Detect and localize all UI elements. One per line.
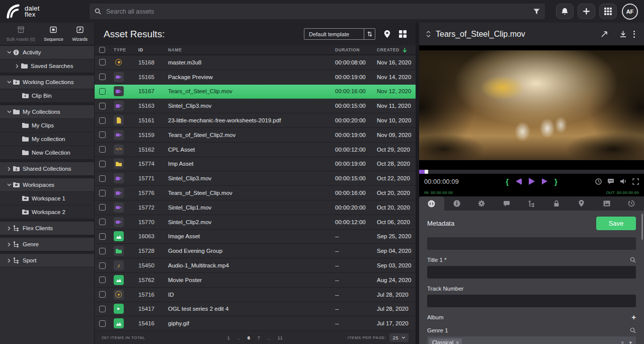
- table-row[interactable]: 15762Movie Poster--Aug 24, 2020: [95, 273, 416, 288]
- row-checkbox[interactable]: [99, 219, 106, 225]
- field-input[interactable]: [427, 237, 636, 250]
- step-backward-icon[interactable]: [516, 179, 522, 184]
- fullscreen-icon[interactable]: [632, 178, 639, 185]
- playhead-handle[interactable]: [425, 170, 428, 174]
- column-duration[interactable]: DURATION: [329, 47, 372, 52]
- row-checkbox[interactable]: [99, 175, 106, 182]
- sidebar-item-my-collections[interactable]: My Collections: [0, 103, 94, 119]
- filter-icon[interactable]: [533, 9, 540, 15]
- sidebar-item-workspaces[interactable]: Workspaces: [0, 176, 94, 192]
- row-checkbox[interactable]: [99, 248, 106, 254]
- chevron-down-icon[interactable]: [5, 110, 13, 113]
- row-checkbox[interactable]: [99, 320, 106, 327]
- add-button[interactable]: [578, 4, 595, 19]
- row-checkbox[interactable]: [99, 88, 106, 95]
- video-preview[interactable]: [419, 45, 644, 170]
- sidebar-item-activity[interactable]: Activity: [0, 46, 94, 59]
- sidebar-action-bulk-assets-0[interactable]: Bulk Assets (0): [7, 26, 35, 42]
- field-search-icon[interactable]: [630, 257, 636, 263]
- column-type[interactable]: TYPE: [110, 47, 132, 52]
- row-checkbox[interactable]: [99, 306, 106, 312]
- table-row[interactable]: 15770Sintel_Clip2.mov00:00:12:00Oct 06, …: [95, 215, 416, 230]
- search-input[interactable]: [106, 8, 533, 15]
- field-input[interactable]: [427, 266, 636, 279]
- column-name[interactable]: NAME: [163, 47, 329, 52]
- table-row[interactable]: 15771Sintel_Clip3.mov00:00:15:00Oct 22, …: [95, 171, 416, 186]
- table-row[interactable]: 15159Tears_of_Steel_Clip2.mov00:00:19:00…: [95, 128, 416, 143]
- table-row[interactable]: 15774Imp Asset00:00:19:00Oct 28, 2020: [95, 157, 416, 172]
- table-row[interactable]: 15416giphy.gif--Jul 17, 2020: [95, 316, 416, 331]
- more-options-icon[interactable]: [631, 30, 637, 39]
- pagination-page-6[interactable]: 6: [248, 335, 251, 340]
- chevron-down-icon[interactable]: [5, 51, 13, 54]
- sidebar-item-workspace-1[interactable]: Workspace 1: [0, 192, 94, 205]
- tab-history[interactable]: [619, 196, 644, 211]
- tab-comments[interactable]: [494, 196, 519, 211]
- table-row[interactable]: 15716ID--Jul 28, 2020: [95, 288, 416, 302]
- sidebar-action-sequence[interactable]: Sequence: [44, 26, 63, 42]
- profile-avatar[interactable]: AF: [622, 4, 638, 20]
- tab-media[interactable]: [594, 196, 619, 211]
- table-row[interactable]: 16063Image Asset--Sep 25, 2020: [95, 230, 416, 244]
- chevron-right-icon[interactable]: [13, 64, 21, 68]
- table-row[interactable]: 15165Package Preview00:00:19:00Nov 14, 2…: [95, 70, 416, 85]
- table-row[interactable]: 15162CPL Asset00:00:12:00Oct 29, 2020: [95, 143, 416, 157]
- row-checkbox[interactable]: [99, 262, 106, 269]
- table-row[interactable]: 15772Sintel_Clip1.mov00:00:20:00Oct 20, …: [95, 200, 416, 215]
- dropdown-chevron-icon[interactable]: ▾: [629, 339, 632, 344]
- mark-in-icon[interactable]: {: [506, 177, 509, 186]
- annotations-icon[interactable]: [607, 178, 614, 185]
- chevron-right-icon[interactable]: [5, 242, 13, 247]
- sidebar-item-new-collection[interactable]: New Collection: [0, 146, 94, 160]
- row-checkbox[interactable]: [99, 233, 106, 240]
- column-id[interactable]: ID: [132, 47, 163, 52]
- field-search-icon[interactable]: [630, 327, 636, 333]
- save-button[interactable]: Save: [596, 217, 636, 230]
- row-checkbox[interactable]: [99, 131, 106, 138]
- select-all-checkbox[interactable]: [99, 47, 105, 53]
- row-checkbox[interactable]: [99, 59, 106, 65]
- expand-icon[interactable]: [601, 31, 608, 38]
- volume-icon[interactable]: [620, 178, 627, 184]
- row-checkbox[interactable]: [99, 161, 106, 167]
- tab-location[interactable]: [569, 196, 594, 211]
- sidebar-item-workspace-2[interactable]: Workspace 2: [0, 205, 94, 219]
- tab-taxonomy[interactable]: [519, 196, 544, 211]
- sidebar-item-my-clips[interactable]: My Clips: [0, 119, 94, 132]
- apps-button[interactable]: [599, 4, 617, 19]
- table-row[interactable]: 15776Tears_of_Steel_Clip.mov00:00:16:00O…: [95, 186, 416, 200]
- template-select[interactable]: Default template: [304, 28, 375, 40]
- column-created[interactable]: CREATED: [372, 47, 416, 53]
- chevron-right-icon[interactable]: [5, 226, 13, 231]
- grid-view-icon[interactable]: [399, 30, 407, 38]
- row-checkbox[interactable]: [99, 146, 106, 153]
- sidebar-item-my-collection[interactable]: My collection: [0, 132, 94, 146]
- table-row[interactable]: 1516123-little-mechanic-free-worksheets-…: [95, 113, 416, 128]
- row-checkbox[interactable]: [99, 117, 106, 124]
- sidebar-item-flex-clients[interactable]: Flex Clients: [0, 219, 94, 235]
- pagination-page-1[interactable]: 1: [227, 335, 230, 340]
- step-forward-icon[interactable]: [542, 179, 548, 184]
- sidebar-item-genre[interactable]: Genre: [0, 235, 94, 251]
- sidebar-item-sport[interactable]: Sport: [0, 251, 94, 267]
- pagination-page-11[interactable]: 11: [278, 335, 283, 340]
- table-row[interactable]: 15450Audio-1_Multitrack.mp4--Sep 03, 202…: [95, 258, 416, 273]
- chevron-down-icon[interactable]: [5, 183, 13, 186]
- clear-icon[interactable]: ×: [621, 339, 624, 344]
- scrollbar-thumb[interactable]: [641, 214, 643, 240]
- table-row[interactable]: 15168master.m3u800:00:08:00Nov 16, 2020: [95, 55, 416, 70]
- mark-out-icon[interactable]: }: [554, 177, 557, 186]
- chevron-right-icon[interactable]: [5, 167, 13, 171]
- table-row[interactable]: 15417OGL test series 2 edit 4--Jul 28, 2…: [95, 302, 416, 317]
- tab-settings[interactable]: [469, 196, 494, 211]
- genre-select[interactable]: Classical××▾: [427, 336, 636, 344]
- table-row[interactable]: 15728Good Evening Group--Sep 04, 2020: [95, 244, 416, 258]
- tab-security[interactable]: [544, 196, 569, 211]
- tab-info[interactable]: [444, 196, 469, 211]
- row-checkbox[interactable]: [99, 204, 106, 211]
- download-icon[interactable]: [620, 30, 626, 38]
- playback-speed-icon[interactable]: [595, 178, 602, 185]
- field-add-icon[interactable]: +: [631, 315, 636, 320]
- items-per-page-select[interactable]: 25: [389, 333, 409, 342]
- dalet-flex-logo[interactable]: dalet flex: [5, 4, 90, 20]
